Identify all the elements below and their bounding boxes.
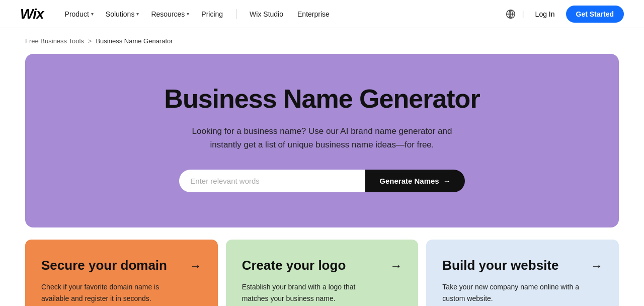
name-input[interactable] bbox=[179, 170, 365, 192]
breadcrumb: Free Business Tools > Business Name Gena… bbox=[0, 28, 644, 54]
navbar: Wix Product▾Solutions▾Resources▾Pricing … bbox=[0, 0, 644, 28]
card-desc-1: Establish your brand with a logo that ma… bbox=[242, 281, 383, 304]
breadcrumb-separator: > bbox=[88, 37, 92, 45]
generate-names-label: Generate Names bbox=[379, 177, 439, 185]
card-title-1: Create your logo bbox=[242, 258, 346, 273]
generate-names-button[interactable]: Generate Names → bbox=[365, 170, 464, 192]
breadcrumb-current: Business Name Genarator bbox=[96, 37, 173, 45]
card-header-2: Build your website → bbox=[442, 258, 603, 273]
card-title-2: Build your website bbox=[442, 258, 558, 273]
hero-form: Generate Names → bbox=[45, 170, 599, 192]
nav-item-product[interactable]: Product▾ bbox=[60, 7, 99, 21]
card-arrow-0: → bbox=[190, 259, 202, 273]
card-header-0: Secure your domain → bbox=[41, 258, 202, 273]
hero-title: Business Name Generator bbox=[45, 84, 599, 114]
globe-icon[interactable] bbox=[506, 9, 516, 19]
card-desc-0: Check if your favorite domain name is av… bbox=[41, 281, 182, 304]
card-arrow-1: → bbox=[390, 259, 402, 273]
login-link[interactable]: Log In bbox=[530, 7, 560, 21]
card-title-0: Secure your domain bbox=[41, 258, 167, 273]
nav-right: | Log In Get Started bbox=[506, 6, 624, 23]
card-desc-2: Take your new company name online with a… bbox=[442, 281, 583, 304]
cards-section: Secure your domain → Check if your favor… bbox=[0, 227, 644, 306]
nav-item-enterprise[interactable]: Enterprise bbox=[292, 7, 335, 21]
nav-links: Product▾Solutions▾Resources▾Pricing Wix … bbox=[60, 7, 506, 21]
nav-item-wix-studio[interactable]: Wix Studio bbox=[245, 7, 288, 21]
nav-divider bbox=[236, 9, 236, 19]
card-header-1: Create your logo → bbox=[242, 258, 403, 273]
hero-section: Business Name Generator Looking for a bu… bbox=[25, 54, 619, 227]
nav-item-resources[interactable]: Resources▾ bbox=[146, 7, 194, 21]
card-arrow-2: → bbox=[591, 259, 603, 273]
get-started-button[interactable]: Get Started bbox=[566, 6, 624, 23]
nav-item-solutions[interactable]: Solutions▾ bbox=[101, 7, 144, 21]
wix-logo[interactable]: Wix bbox=[20, 6, 44, 22]
hero-subtitle: Looking for a business name? Use our AI … bbox=[181, 124, 463, 151]
card-2[interactable]: Build your website → Take your new compa… bbox=[426, 240, 619, 306]
breadcrumb-parent[interactable]: Free Business Tools bbox=[25, 37, 84, 45]
card-0[interactable]: Secure your domain → Check if your favor… bbox=[25, 240, 218, 306]
card-1[interactable]: Create your logo → Establish your brand … bbox=[226, 240, 419, 306]
generate-names-arrow: → bbox=[443, 177, 451, 185]
nav-item-pricing[interactable]: Pricing bbox=[196, 7, 228, 21]
